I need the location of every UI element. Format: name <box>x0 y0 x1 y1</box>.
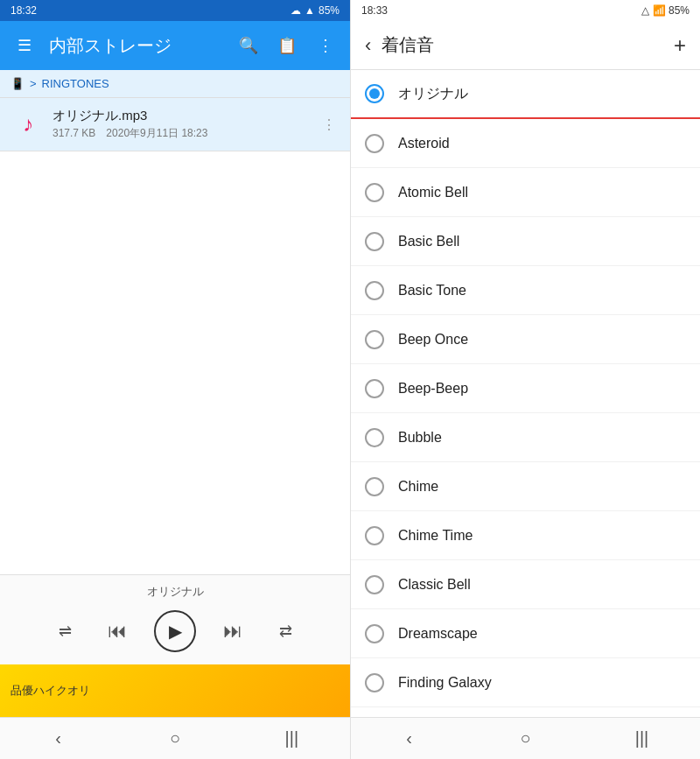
ringtone-item-atomic-bell[interactable]: Atomic Bell <box>351 168 700 217</box>
ringtone-name-dreamscape: Dreamscape <box>398 626 478 642</box>
ringtone-name-atomic-bell: Atomic Bell <box>398 185 468 200</box>
bottom-nav-right: ‹ ○ ||| <box>351 717 700 759</box>
ringtone-item-basic-bell[interactable]: Basic Bell <box>351 217 700 266</box>
ringtone-list: オリジナルAsteroidAtomic BellBasic BellBasic … <box>351 70 700 717</box>
ringtone-item-classic-bell[interactable]: Classic Bell <box>351 560 700 609</box>
home-button-left[interactable]: ○ <box>154 718 196 760</box>
status-icons-right: △ 📶 85% <box>641 4 690 17</box>
ringtone-item-chime[interactable]: Chime <box>351 462 700 511</box>
radio-basic-tone <box>365 281 384 300</box>
time-left: 18:32 <box>10 4 37 17</box>
radio-finding-galaxy <box>365 673 384 692</box>
file-name: オリジナル.mp3 <box>52 108 318 124</box>
radio-beep-once <box>365 330 384 349</box>
wifi-icon: ▲ <box>304 4 315 17</box>
ringtone-name-basic-tone: Basic Tone <box>398 283 466 299</box>
ringtone-name-original: オリジナル <box>398 85 468 103</box>
player-section: オリジナル ⇌ ⏮ ▶ ⏭ ⇄ <box>0 574 350 664</box>
radio-basic-bell <box>365 232 384 251</box>
radio-bubble <box>365 428 384 447</box>
ringtone-name-chime: Chime <box>398 479 438 495</box>
device-icon: 📱 <box>10 77 24 90</box>
radio-original <box>365 84 384 103</box>
time-right: 18:33 <box>361 4 388 17</box>
radio-dreamscape <box>365 624 384 643</box>
ringtone-item-bubble[interactable]: Bubble <box>351 413 700 462</box>
radio-asteroid <box>365 134 384 153</box>
radio-inner-original <box>369 88 380 99</box>
ringtone-name-beep-once: Beep Once <box>398 332 468 348</box>
ringtone-name-finding-galaxy: Finding Galaxy <box>398 675 492 691</box>
bottom-nav-left: ‹ ○ ||| <box>0 717 350 759</box>
ringtone-item-beep-once[interactable]: Beep Once <box>351 315 700 364</box>
repeat-button[interactable]: ⇄ <box>270 615 301 647</box>
file-meta: 317.7 KB 2020年9月11日 18:23 <box>52 126 318 141</box>
add-button[interactable]: + <box>674 33 686 58</box>
ringtone-name-beep-beep: Beep-Beep <box>398 381 468 397</box>
banner-text: 品優ハイクオリ <box>10 683 90 699</box>
toolbar-left: ☰ 内部ストレージ 🔍 📋 ⋮ <box>0 21 350 70</box>
breadcrumb-separator: > <box>30 77 37 90</box>
radio-classic-bell <box>365 575 384 594</box>
next-button[interactable]: ⏭ <box>217 615 248 647</box>
cloud-icon: ☁ <box>290 4 301 17</box>
back-button-left[interactable]: ‹ <box>38 718 80 760</box>
search-icon[interactable]: 🔍 <box>234 32 262 60</box>
radio-chime <box>365 477 384 496</box>
battery-right: 85% <box>668 4 690 17</box>
file-item[interactable]: ♪ オリジナル.mp3 317.7 KB 2020年9月11日 18:23 ⋮ <box>0 98 350 151</box>
ringtone-item-chime-time[interactable]: Chime Time <box>351 511 700 560</box>
cloud-icon-right: △ <box>641 4 649 17</box>
ringtone-item-basic-tone[interactable]: Basic Tone <box>351 266 700 315</box>
home-button-right[interactable]: ○ <box>505 718 547 760</box>
ringtone-name-chime-time: Chime Time <box>398 528 472 544</box>
ringtone-item-asteroid[interactable]: Asteroid <box>351 119 700 168</box>
shuffle-button[interactable]: ⇌ <box>49 615 80 647</box>
player-title: オリジナル <box>0 584 350 600</box>
ringtone-item-finding-galaxy[interactable]: Finding Galaxy <box>351 658 700 707</box>
file-info: オリジナル.mp3 317.7 KB 2020年9月11日 18:23 <box>52 108 318 141</box>
radio-chime-time <box>365 526 384 545</box>
status-bar-right: 18:33 △ 📶 85% <box>351 0 700 21</box>
ringtone-item-beep-beep[interactable]: Beep-Beep <box>351 364 700 413</box>
ringtone-item-dreamscape[interactable]: Dreamscape <box>351 609 700 658</box>
clipboard-icon[interactable]: 📋 <box>273 32 301 60</box>
status-bar-left: 18:32 ☁ ▲ 85% <box>0 0 350 21</box>
back-button-right[interactable]: ‹ <box>388 718 430 760</box>
ad-banner: 品優ハイクオリ <box>0 664 350 717</box>
recent-button-left[interactable]: ||| <box>270 718 312 760</box>
toolbar-title-right: 着信音 <box>382 33 674 57</box>
file-list: ♪ オリジナル.mp3 317.7 KB 2020年9月11日 18:23 ⋮ <box>0 98 350 574</box>
ringtone-name-asteroid: Asteroid <box>398 136 450 151</box>
ringtone-name-basic-bell: Basic Bell <box>398 234 459 249</box>
left-panel: 18:32 ☁ ▲ 85% ☰ 内部ストレージ 🔍 📋 ⋮ 📱 > RINGTO… <box>0 0 350 759</box>
more-icon[interactable]: ⋮ <box>312 32 340 60</box>
wifi-icon-right: 📶 <box>653 4 666 17</box>
recent-button-right[interactable]: ||| <box>621 718 663 760</box>
ringtone-item-original[interactable]: オリジナル <box>351 70 700 119</box>
ringtone-name-classic-bell: Classic Bell <box>398 577 471 593</box>
radio-beep-beep <box>365 379 384 398</box>
right-panel: 18:33 △ 📶 85% ‹ 着信音 + オリジナルAsteroidAtomi… <box>350 0 700 759</box>
ringtone-name-bubble: Bubble <box>398 430 442 446</box>
battery-left: 85% <box>318 4 340 17</box>
radio-atomic-bell <box>365 183 384 202</box>
music-icon: ♪ <box>10 107 46 142</box>
hamburger-icon[interactable]: ☰ <box>10 32 38 60</box>
breadcrumb: 📱 > RINGTONES <box>0 70 350 98</box>
file-more-icon[interactable]: ⋮ <box>318 113 340 137</box>
breadcrumb-folder: RINGTONES <box>42 77 109 90</box>
play-button[interactable]: ▶ <box>154 610 196 652</box>
status-icons-left: ☁ ▲ 85% <box>290 4 340 17</box>
prev-button[interactable]: ⏮ <box>102 615 133 647</box>
back-button-toolbar[interactable]: ‹ <box>365 34 371 57</box>
toolbar-right: ‹ 着信音 + <box>351 21 700 70</box>
toolbar-title-left: 内部ストレージ <box>49 34 224 58</box>
player-controls: ⇌ ⏮ ▶ ⏭ ⇄ <box>0 607 350 659</box>
